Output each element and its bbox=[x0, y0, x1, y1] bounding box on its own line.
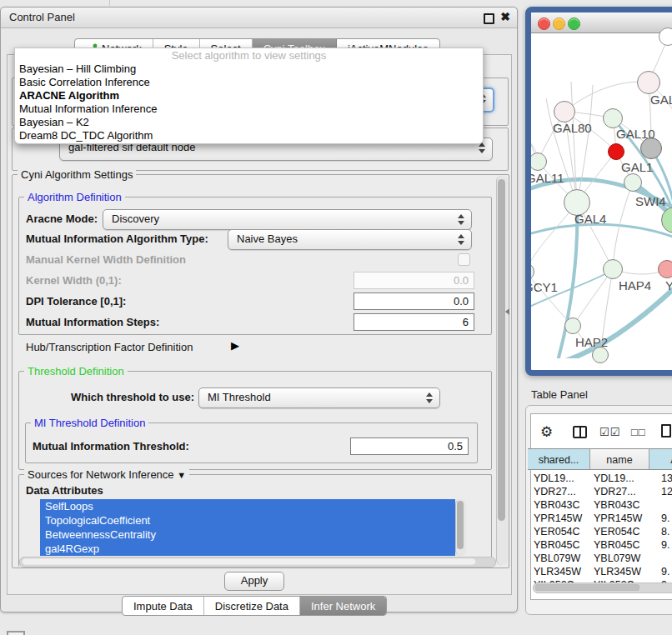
table-row[interactable]: YER054CYER054C8. bbox=[528, 525, 672, 538]
table-row[interactable]: YLR345WYLR345W9. bbox=[528, 565, 672, 578]
network-node[interactable] bbox=[658, 260, 672, 278]
table-hscrollbar-thumb[interactable] bbox=[535, 584, 639, 591]
table-row[interactable]: YDL19...YDL19...13 bbox=[528, 472, 672, 485]
node-label-gal4: GAL4 bbox=[574, 212, 606, 226]
dpi-tolerance-field[interactable]: 0.0 bbox=[354, 292, 474, 310]
float-window-icon[interactable] bbox=[484, 13, 494, 24]
select-all-icon[interactable]: ☑☑ bbox=[599, 426, 620, 438]
screen: Control Panel ✖ NetworkStyleSelectCyni T… bbox=[0, 0, 672, 635]
network-node[interactable] bbox=[624, 173, 642, 192]
deselect-all-icon[interactable]: □□ bbox=[631, 426, 646, 438]
expand-arrow-icon[interactable]: ▶ bbox=[231, 339, 239, 352]
data-attributes-label: Data Attributes bbox=[26, 484, 103, 497]
network-node[interactable] bbox=[592, 347, 609, 363]
node-label-y: Y bbox=[665, 278, 672, 292]
collapse-arrow-icon[interactable]: ▼ bbox=[177, 470, 186, 480]
algorithm-definition-legend: Algorithm Definition bbox=[24, 191, 125, 203]
network-canvas[interactable]: GALGAL80GAL10GAL1GAL11SWI4GAL4GCY1HAP4YH… bbox=[531, 33, 672, 358]
mi-threshold-field-label: Mutual Information Threshold: bbox=[33, 440, 189, 452]
bottom-tab-infer-network-label: Infer Network bbox=[311, 600, 375, 612]
attribute-item-gal4rgexp[interactable]: gal4RGexp bbox=[40, 542, 455, 556]
node-label-gal: GAL bbox=[650, 92, 672, 107]
table-columns-icon[interactable] bbox=[573, 426, 587, 438]
network-node[interactable] bbox=[603, 108, 623, 128]
attribute-item-selfloops[interactable]: SelfLoops bbox=[40, 499, 455, 513]
table-row[interactable]: YPR145WYPR145W9. bbox=[528, 512, 672, 525]
algorithm-option-bayesian-k2[interactable]: Bayesian – K2 bbox=[15, 116, 483, 129]
network-edge[interactable] bbox=[577, 85, 593, 202]
table-cell: YDL19... bbox=[534, 472, 574, 485]
table-cell: 9. bbox=[661, 538, 669, 552]
apply-button[interactable]: Apply bbox=[224, 572, 284, 591]
network-node[interactable] bbox=[554, 101, 575, 122]
aracne-mode-select[interactable]: Discovery bbox=[103, 209, 472, 230]
attribute-item-topologicalcoefficient[interactable]: TopologicalCoefficient bbox=[40, 513, 455, 528]
table-cell: 9. bbox=[661, 565, 669, 578]
algorithm-dropdown-popup: Select algorithm to view settings Bayesi… bbox=[14, 48, 484, 144]
minimized-panel-icon[interactable] bbox=[7, 631, 25, 635]
network-node[interactable] bbox=[564, 318, 581, 334]
mi-algorithm-type-label: Mutual Information Algorithm Type: bbox=[26, 232, 208, 245]
table-cell: YER054C bbox=[534, 525, 580, 538]
kernel-width-value: 0.0 bbox=[454, 274, 469, 287]
manual-kernel-checkbox[interactable] bbox=[458, 253, 470, 266]
bottom-tab-bar: Impute DataDiscretize DataInfer Network bbox=[122, 596, 387, 616]
table-settings-gear-icon[interactable]: ⚙ bbox=[540, 423, 553, 441]
table-cell: YBR045C bbox=[534, 538, 580, 552]
table-hscrollbar-track[interactable] bbox=[533, 582, 672, 593]
export-table-icon[interactable] bbox=[661, 424, 671, 438]
mi-threshold-value: 0.5 bbox=[448, 440, 463, 452]
mi-steps-field[interactable]: 6 bbox=[354, 313, 474, 331]
network-node[interactable] bbox=[603, 259, 623, 279]
algorithm-option-aracne-algorithm[interactable]: ARACNE Algorithm bbox=[15, 89, 483, 102]
network-edge[interactable] bbox=[564, 82, 649, 112]
network-node[interactable] bbox=[529, 152, 547, 171]
table-row[interactable]: YBR045CYBR045C9. bbox=[528, 538, 672, 552]
panel-collapse-arrow-icon[interactable] bbox=[505, 308, 509, 315]
attribute-item-betweennesscentrality[interactable]: BetweennessCentrality bbox=[40, 528, 455, 542]
table-cell: YDR27... bbox=[594, 485, 636, 498]
mi-threshold-field[interactable]: 0.5 bbox=[350, 438, 469, 455]
network-window-titlebar bbox=[531, 12, 672, 33]
zoom-traffic-light[interactable] bbox=[568, 18, 580, 30]
kernel-width-label: Kernel Width (0,1): bbox=[26, 274, 122, 287]
settings-hscrollbar-track[interactable] bbox=[19, 557, 496, 568]
combo-arrows-icon bbox=[426, 392, 433, 403]
bottom-tab-impute-data[interactable]: Impute Data bbox=[123, 597, 204, 615]
algorithm-option-bayesian-hill-climbing[interactable]: Bayesian – Hill Climbing bbox=[15, 62, 483, 76]
mi-algorithm-type-value: Naive Bayes bbox=[237, 232, 298, 245]
network-node[interactable] bbox=[659, 28, 672, 46]
bottom-tab-discretize-data[interactable]: Discretize Data bbox=[204, 597, 300, 615]
hub-tf-definition-label: Hub/Transcription Factor Definition bbox=[26, 341, 193, 353]
data-attributes-list[interactable]: SelfLoopsTopologicalCoefficientBetweenne… bbox=[40, 499, 455, 556]
mi-steps-label: Mutual Information Steps: bbox=[26, 316, 159, 328]
algorithm-option-dream8-dc-tdc-algorithm[interactable]: Dream8 DC_TDC Algorithm bbox=[15, 129, 483, 142]
which-threshold-select[interactable]: MI Threshold bbox=[198, 388, 440, 408]
network-node[interactable] bbox=[608, 143, 624, 160]
table-cell: YER054C bbox=[594, 525, 640, 538]
minimize-traffic-light[interactable] bbox=[553, 18, 565, 30]
network-edge[interactable] bbox=[571, 82, 577, 202]
mi-algorithm-type-select[interactable]: Naive Bayes bbox=[228, 229, 472, 250]
bottom-tab-infer-network[interactable]: Infer Network bbox=[300, 597, 386, 615]
network-node[interactable] bbox=[637, 71, 660, 94]
network-edge[interactable] bbox=[531, 224, 672, 239]
algorithm-option-basic-correlation-inference[interactable]: Basic Correlation Inference bbox=[15, 76, 483, 89]
column-header-shared-[interactable]: shared... bbox=[528, 448, 590, 470]
attributes-scrollbar-thumb[interactable] bbox=[457, 501, 464, 549]
close-icon[interactable]: ✖ bbox=[500, 10, 510, 23]
column-header-name[interactable]: name bbox=[590, 448, 649, 470]
settings-scrollbar-thumb[interactable] bbox=[498, 179, 505, 521]
sources-legend-text: Sources for Network Inference bbox=[28, 468, 174, 481]
table-row[interactable]: YBR043CYBR043C bbox=[528, 498, 672, 512]
kernel-width-field[interactable]: 0.0 bbox=[354, 272, 474, 289]
cyni-settings-legend: Cyni Algorithm Settings bbox=[18, 168, 136, 181]
node-label-gal1: GAL1 bbox=[621, 160, 653, 174]
table-row[interactable]: YBL079WYBL079W bbox=[528, 552, 672, 565]
algorithm-option-mutual-information-inference[interactable]: Mutual Information Inference bbox=[15, 102, 483, 116]
close-traffic-light[interactable] bbox=[538, 18, 550, 30]
table-row[interactable]: YDR27...YDR27...12 bbox=[528, 485, 672, 498]
column-header-a[interactable]: A bbox=[649, 448, 672, 470]
node-label-hap4: HAP4 bbox=[619, 278, 651, 292]
settings-hscrollbar-thumb[interactable] bbox=[22, 558, 476, 565]
